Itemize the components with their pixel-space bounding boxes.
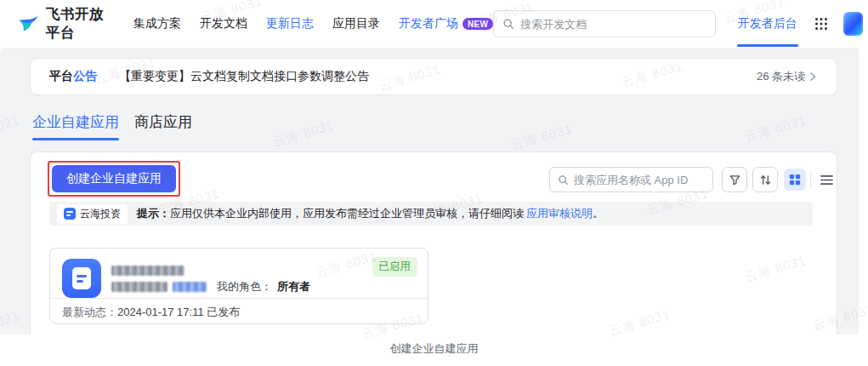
divider (50, 298, 428, 299)
tab-store-apps[interactable]: 商店应用 (134, 112, 192, 140)
page-content: 平台公告 【重要变更】云文档复制文档接口参数调整公告 26 条未读 企业自建应用… (0, 48, 859, 335)
redacted-app-name (111, 262, 184, 277)
feishu-logo-icon (17, 13, 39, 35)
caption-strip: 创建企业自建应用 (0, 335, 868, 366)
app-card[interactable]: 我的角色： 所有者 已启用 最新动态：2024-01-17 17:11 已发布 (49, 248, 428, 324)
avatar[interactable] (843, 12, 863, 36)
org-logo-icon (64, 208, 76, 220)
new-badge: NEW (462, 18, 493, 30)
sort-button[interactable] (752, 167, 778, 192)
app-type-tabs: 企业自建应用 商店应用 (32, 112, 192, 140)
list-view-icon (820, 174, 833, 186)
sort-arrows-icon (759, 174, 772, 186)
caption-text: 创建企业自建应用 (390, 341, 479, 366)
review-guide-link[interactable]: 应用审核说明 (526, 206, 593, 221)
active-tab-underline (737, 44, 798, 47)
brand[interactable]: 飞书开放平台 (17, 5, 113, 43)
nav-item-developer-square[interactable]: 开发者广场 NEW (399, 16, 493, 31)
grid-view-icon (789, 174, 801, 186)
top-navbar: 飞书开放平台 集成方案 开发文档 更新日志 应用目录 开发者广场 NEW 开发者… (0, 0, 868, 48)
tenant-tip-bar: 云海投资 提示： 应用仅供本企业内部使用，应用发布需经过企业管理员审核，请仔细阅… (49, 202, 813, 226)
main-nav: 集成方案 开发文档 更新日志 应用目录 开发者广场 NEW (133, 16, 493, 31)
app-doc-icon (62, 259, 101, 298)
grid-view-button[interactable] (784, 169, 806, 191)
tab-underline (32, 138, 119, 140)
latest-activity: 最新动态：2024-01-17 17:11 已发布 (62, 305, 240, 320)
role-value: 所有者 (277, 279, 310, 295)
chevron-right-icon (808, 71, 818, 82)
nav-item-docs[interactable]: 开发文档 (200, 16, 247, 31)
tab-custom-apps[interactable]: 企业自建应用 (32, 112, 119, 140)
filter-button[interactable] (722, 167, 747, 192)
app-meta-line: 我的角色： 所有者 (111, 279, 310, 295)
unread-count[interactable]: 26 条未读 (757, 69, 818, 84)
filter-funnel-icon (729, 174, 741, 186)
nav-item-integration[interactable]: 集成方案 (133, 16, 181, 31)
announcement-title[interactable]: 【重要变更】云文档复制文档接口参数调整公告 (119, 69, 369, 84)
nav-item-app-directory[interactable]: 应用目录 (332, 16, 380, 31)
tip-label: 提示： (137, 206, 170, 221)
create-app-button[interactable]: 创建企业自建应用 (52, 165, 176, 192)
brand-title: 飞书开放平台 (46, 5, 113, 43)
app-search-box[interactable] (549, 167, 713, 192)
org-pill: 云海投资 (57, 204, 128, 224)
app-list-panel: 创建企业自建应用 (30, 152, 837, 335)
announcement-label: 平台公告 (49, 69, 97, 84)
platform-announcement-bar[interactable]: 平台公告 【重要变更】云文档复制文档接口参数调整公告 26 条未读 (30, 58, 837, 95)
list-view-button[interactable] (815, 169, 837, 191)
org-name: 云海投资 (80, 207, 121, 221)
tip-period: 。 (593, 206, 604, 221)
app-search-input[interactable] (574, 174, 705, 186)
docs-search-input[interactable] (520, 18, 706, 31)
redacted-app-tag (173, 282, 207, 292)
tip-body: 应用仅供本企业内部使用，应用发布需经过企业管理员审核，请仔细阅读 (170, 206, 524, 221)
redacted-app-id (111, 282, 167, 292)
status-badge: 已启用 (372, 257, 418, 277)
view-toggle (784, 169, 837, 191)
app-grid-icon[interactable] (814, 17, 828, 31)
divider (810, 173, 811, 186)
developer-console-tab[interactable]: 开发者后台 (738, 0, 797, 48)
search-icon (558, 174, 569, 186)
docs-search-box[interactable] (493, 10, 715, 37)
role-label: 我的角色： (217, 279, 272, 295)
search-icon (502, 18, 514, 30)
annotation-highlight-box: 创建企业自建应用 (48, 161, 180, 197)
nav-item-changelog[interactable]: 更新日志 (266, 16, 314, 31)
